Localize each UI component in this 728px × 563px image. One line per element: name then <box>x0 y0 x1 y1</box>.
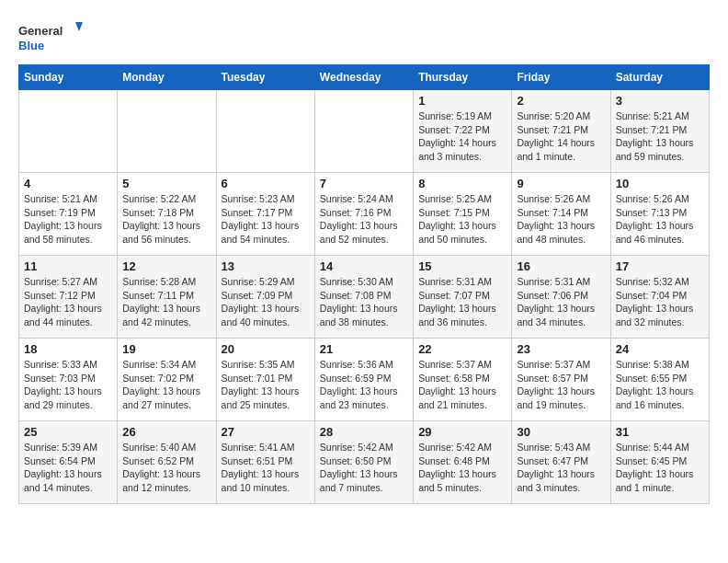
calendar-cell: 10Sunrise: 5:26 AM Sunset: 7:13 PM Dayli… <box>610 173 709 256</box>
logo: General Blue <box>18 18 83 55</box>
calendar-table: SundayMondayTuesdayWednesdayThursdayFrid… <box>18 64 710 504</box>
weekday-header: Monday <box>118 65 216 90</box>
day-info: Sunrise: 5:32 AM Sunset: 7:04 PM Dayligh… <box>616 275 704 329</box>
day-info: Sunrise: 5:20 AM Sunset: 7:21 PM Dayligh… <box>517 109 605 164</box>
day-info: Sunrise: 5:29 AM Sunset: 7:09 PM Dayligh… <box>222 275 310 329</box>
day-info: Sunrise: 5:21 AM Sunset: 7:21 PM Dayligh… <box>616 109 704 164</box>
day-number: 13 <box>222 259 310 273</box>
day-info: Sunrise: 5:42 AM Sunset: 6:50 PM Dayligh… <box>320 441 408 495</box>
weekday-header: Sunday <box>19 65 118 90</box>
calendar-cell: 4Sunrise: 5:21 AM Sunset: 7:19 PM Daylig… <box>19 173 118 256</box>
calendar-cell: 22Sunrise: 5:37 AM Sunset: 6:58 PM Dayli… <box>414 339 512 421</box>
calendar-cell: 24Sunrise: 5:38 AM Sunset: 6:55 PM Dayli… <box>610 339 709 421</box>
day-number: 6 <box>222 177 310 190</box>
calendar-cell: 13Sunrise: 5:29 AM Sunset: 7:09 PM Dayli… <box>216 256 314 339</box>
day-number: 27 <box>222 425 310 439</box>
calendar-cell: 23Sunrise: 5:37 AM Sunset: 6:57 PM Dayli… <box>512 339 610 421</box>
calendar-cell: 1Sunrise: 5:19 AM Sunset: 7:22 PM Daylig… <box>414 90 512 173</box>
day-info: Sunrise: 5:27 AM Sunset: 7:12 PM Dayligh… <box>24 275 112 329</box>
calendar-cell: 30Sunrise: 5:43 AM Sunset: 6:47 PM Dayli… <box>512 421 610 504</box>
day-number: 21 <box>320 342 408 356</box>
day-info: Sunrise: 5:37 AM Sunset: 6:58 PM Dayligh… <box>418 358 506 412</box>
calendar-cell: 9Sunrise: 5:26 AM Sunset: 7:14 PM Daylig… <box>512 173 610 256</box>
day-info: Sunrise: 5:19 AM Sunset: 7:22 PM Dayligh… <box>418 109 506 164</box>
day-number: 22 <box>418 342 506 356</box>
day-info: Sunrise: 5:43 AM Sunset: 6:47 PM Dayligh… <box>517 441 605 495</box>
day-info: Sunrise: 5:42 AM Sunset: 6:48 PM Dayligh… <box>418 441 506 495</box>
calendar-cell <box>118 90 216 173</box>
day-number: 4 <box>24 177 112 190</box>
calendar-cell: 16Sunrise: 5:31 AM Sunset: 7:06 PM Dayli… <box>512 256 610 339</box>
day-info: Sunrise: 5:35 AM Sunset: 7:01 PM Dayligh… <box>222 358 310 412</box>
svg-text:Blue: Blue <box>18 39 44 52</box>
calendar-cell: 11Sunrise: 5:27 AM Sunset: 7:12 PM Dayli… <box>19 256 118 339</box>
day-number: 12 <box>122 259 210 273</box>
calendar-cell: 21Sunrise: 5:36 AM Sunset: 6:59 PM Dayli… <box>314 339 413 421</box>
calendar-cell: 3Sunrise: 5:21 AM Sunset: 7:21 PM Daylig… <box>610 90 709 173</box>
calendar-cell <box>19 90 118 173</box>
day-number: 17 <box>616 259 704 273</box>
calendar-body: 1Sunrise: 5:19 AM Sunset: 7:22 PM Daylig… <box>19 90 710 504</box>
day-info: Sunrise: 5:31 AM Sunset: 7:07 PM Dayligh… <box>418 275 506 329</box>
weekday-header: Thursday <box>414 65 512 90</box>
day-number: 19 <box>122 342 210 356</box>
calendar-cell: 7Sunrise: 5:24 AM Sunset: 7:16 PM Daylig… <box>314 173 413 256</box>
day-number: 31 <box>616 425 704 439</box>
day-info: Sunrise: 5:41 AM Sunset: 6:51 PM Dayligh… <box>222 441 310 495</box>
calendar-cell: 25Sunrise: 5:39 AM Sunset: 6:54 PM Dayli… <box>19 421 118 504</box>
day-info: Sunrise: 5:36 AM Sunset: 6:59 PM Dayligh… <box>320 358 408 412</box>
day-number: 14 <box>320 259 408 273</box>
day-number: 9 <box>517 177 605 190</box>
calendar-cell: 14Sunrise: 5:30 AM Sunset: 7:08 PM Dayli… <box>314 256 413 339</box>
calendar-header: SundayMondayTuesdayWednesdayThursdayFrid… <box>19 65 710 90</box>
day-info: Sunrise: 5:39 AM Sunset: 6:54 PM Dayligh… <box>24 441 112 495</box>
calendar-cell: 26Sunrise: 5:40 AM Sunset: 6:52 PM Dayli… <box>118 421 216 504</box>
calendar-week-row: 1Sunrise: 5:19 AM Sunset: 7:22 PM Daylig… <box>19 90 710 173</box>
day-number: 24 <box>616 342 704 356</box>
calendar-cell <box>216 90 314 173</box>
day-info: Sunrise: 5:40 AM Sunset: 6:52 PM Dayligh… <box>122 441 210 495</box>
calendar-cell: 29Sunrise: 5:42 AM Sunset: 6:48 PM Dayli… <box>414 421 512 504</box>
day-info: Sunrise: 5:38 AM Sunset: 6:55 PM Dayligh… <box>616 358 704 412</box>
weekday-header: Wednesday <box>314 65 413 90</box>
day-info: Sunrise: 5:24 AM Sunset: 7:16 PM Dayligh… <box>320 192 408 247</box>
calendar-cell: 27Sunrise: 5:41 AM Sunset: 6:51 PM Dayli… <box>216 421 314 504</box>
day-info: Sunrise: 5:25 AM Sunset: 7:15 PM Dayligh… <box>418 192 506 247</box>
calendar-cell: 20Sunrise: 5:35 AM Sunset: 7:01 PM Dayli… <box>216 339 314 421</box>
day-number: 16 <box>517 259 605 273</box>
day-info: Sunrise: 5:37 AM Sunset: 6:57 PM Dayligh… <box>517 358 605 412</box>
weekday-header: Saturday <box>610 65 709 90</box>
calendar-cell: 2Sunrise: 5:20 AM Sunset: 7:21 PM Daylig… <box>512 90 610 173</box>
svg-marker-2 <box>75 22 83 31</box>
day-info: Sunrise: 5:28 AM Sunset: 7:11 PM Dayligh… <box>122 275 210 329</box>
calendar-week-row: 25Sunrise: 5:39 AM Sunset: 6:54 PM Dayli… <box>19 421 710 504</box>
calendar-week-row: 4Sunrise: 5:21 AM Sunset: 7:19 PM Daylig… <box>19 173 710 256</box>
day-number: 1 <box>418 94 506 108</box>
calendar-cell: 18Sunrise: 5:33 AM Sunset: 7:03 PM Dayli… <box>19 339 118 421</box>
weekday-header: Friday <box>512 65 610 90</box>
calendar-cell: 28Sunrise: 5:42 AM Sunset: 6:50 PM Dayli… <box>314 421 413 504</box>
day-number: 8 <box>418 177 506 190</box>
day-info: Sunrise: 5:34 AM Sunset: 7:02 PM Dayligh… <box>122 358 210 412</box>
calendar-cell: 19Sunrise: 5:34 AM Sunset: 7:02 PM Dayli… <box>118 339 216 421</box>
calendar-week-row: 11Sunrise: 5:27 AM Sunset: 7:12 PM Dayli… <box>19 256 710 339</box>
day-number: 20 <box>222 342 310 356</box>
weekday-header: Tuesday <box>216 65 314 90</box>
day-info: Sunrise: 5:22 AM Sunset: 7:18 PM Dayligh… <box>122 192 210 247</box>
day-number: 3 <box>616 94 704 108</box>
day-info: Sunrise: 5:26 AM Sunset: 7:14 PM Dayligh… <box>517 192 605 247</box>
calendar-cell: 31Sunrise: 5:44 AM Sunset: 6:45 PM Dayli… <box>610 421 709 504</box>
calendar-week-row: 18Sunrise: 5:33 AM Sunset: 7:03 PM Dayli… <box>19 339 710 421</box>
day-number: 7 <box>320 177 408 190</box>
calendar-cell: 5Sunrise: 5:22 AM Sunset: 7:18 PM Daylig… <box>118 173 216 256</box>
day-number: 28 <box>320 425 408 439</box>
day-number: 25 <box>24 425 112 439</box>
page-header: General Blue <box>18 18 710 55</box>
calendar-cell: 15Sunrise: 5:31 AM Sunset: 7:07 PM Dayli… <box>414 256 512 339</box>
day-info: Sunrise: 5:31 AM Sunset: 7:06 PM Dayligh… <box>517 275 605 329</box>
calendar-cell: 17Sunrise: 5:32 AM Sunset: 7:04 PM Dayli… <box>610 256 709 339</box>
day-info: Sunrise: 5:23 AM Sunset: 7:17 PM Dayligh… <box>222 192 310 247</box>
day-number: 11 <box>24 259 112 273</box>
calendar-cell <box>314 90 413 173</box>
day-number: 10 <box>616 177 704 190</box>
